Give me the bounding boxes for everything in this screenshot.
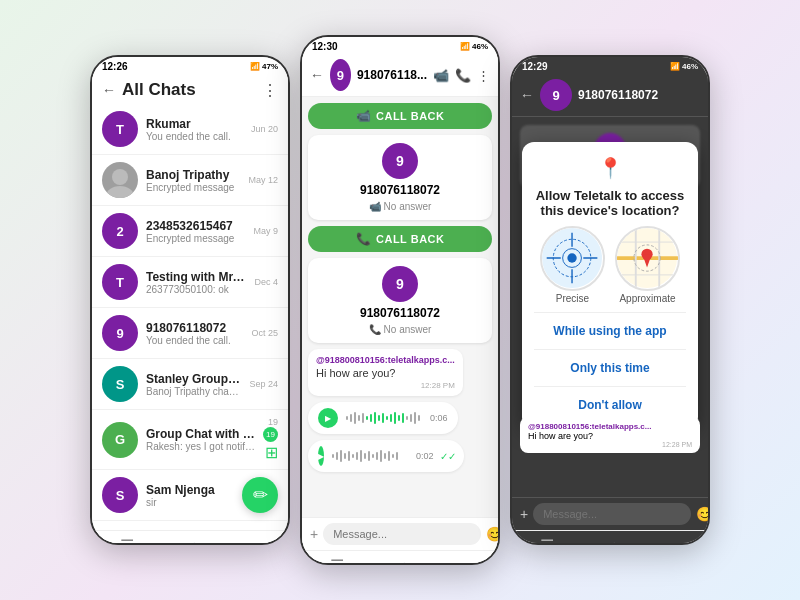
chat-time-rkumar: Jun 20	[251, 124, 278, 134]
bg-msg-text: Hi how are you?	[528, 431, 692, 441]
avatar-stanley: S	[102, 366, 138, 402]
chat-time-grouplekan: 19 19 ⊞	[263, 417, 278, 462]
svg-rect-2	[346, 416, 348, 420]
voice-call-icon[interactable]: 📞	[455, 68, 471, 83]
chat-info-stanley: Stanley Group Chat Banoj Tripathy change…	[146, 372, 241, 397]
nav-home-icon-3[interactable]: ☰	[540, 536, 554, 545]
message-input-3[interactable]	[533, 503, 691, 525]
grid-icon: ⊞	[265, 443, 278, 462]
screen2-body: 📹 CALL BACK 9 918076118072 📹 No answer 📞…	[302, 97, 498, 517]
message-bubble: @918800810156:teletalkapps.c... Hi how a…	[308, 349, 463, 396]
audio-dur-2: 0:02	[416, 451, 434, 461]
status-bar-3: 12:29 📶 46%	[512, 57, 708, 74]
svg-rect-21	[332, 454, 334, 458]
message-input[interactable]	[323, 523, 481, 545]
chat-info-testing: Testing with Mr. Blessing 263773050100: …	[146, 270, 246, 295]
svg-rect-30	[368, 451, 370, 461]
svg-rect-34	[384, 453, 386, 459]
video-call-icon[interactable]: 📹	[433, 68, 449, 83]
svg-rect-6	[362, 413, 364, 423]
bg-message-wrap: @918800810156:teletalkapps.c... Hi how a…	[512, 413, 708, 457]
compose-button[interactable]: ✏	[242, 477, 278, 513]
emoji-icon[interactable]: 😊	[486, 526, 500, 542]
svg-point-1	[106, 186, 134, 198]
back-arrow-2[interactable]: ←	[310, 67, 324, 83]
dialog-divider-1	[534, 312, 686, 313]
chat-time-stanley: Sep 24	[249, 379, 278, 389]
chats-title: All Chats	[122, 80, 196, 100]
chat-preview-2348: Encrypted message	[146, 233, 245, 244]
more-icon[interactable]: ⋮	[477, 68, 490, 83]
approximate-map-wrap: Approximate	[615, 226, 680, 304]
chat-item-2348[interactable]: 2 2348532615467 Encrypted message May 9	[92, 206, 288, 257]
svg-rect-11	[382, 413, 384, 423]
nav-back-icon-2[interactable]: ‹	[465, 557, 470, 566]
audio-dur-1: 0:06	[430, 413, 448, 423]
call-number-1: 918076118072	[360, 183, 440, 197]
emoji-icon-3[interactable]: 😊	[696, 506, 710, 522]
nav-home-icon-2[interactable]: ☰	[330, 556, 344, 565]
play-button-1[interactable]: ▶	[318, 408, 338, 428]
play-button-2[interactable]: ▶	[318, 446, 324, 466]
chat-item-rkumar[interactable]: T Rkumar You ended the call. Jun 20	[92, 104, 288, 155]
menu-icon[interactable]: ⋮	[262, 81, 278, 100]
call-back-button-1[interactable]: 📹 CALL BACK	[308, 103, 492, 129]
nav-circle-icon-3[interactable]: ○	[609, 537, 619, 546]
permission-title: Allow Teletalk to access this device's l…	[534, 188, 686, 218]
nav-back-icon-3[interactable]: ‹	[675, 537, 680, 546]
chat-name-rkumar: Rkumar	[146, 117, 243, 131]
nav-home-icon[interactable]: ☰	[120, 536, 134, 545]
audio-message-1: ▶	[308, 402, 458, 434]
chat-item-stanley[interactable]: S Stanley Group Chat Banoj Tripathy chan…	[92, 359, 288, 410]
dialog-divider-3	[534, 386, 686, 387]
chat-preview-testing: 263773050100: ok	[146, 284, 246, 295]
svg-rect-23	[340, 450, 342, 462]
svg-rect-31	[372, 454, 374, 458]
bottom-nav-2: ☰ ○ ‹	[302, 550, 498, 565]
chat-name-grouplekan: Group Chat with Mr. Lekan	[146, 427, 255, 441]
nav-back-icon[interactable]: ‹	[255, 537, 260, 546]
approximate-map	[615, 226, 680, 291]
only-this-time-btn[interactable]: Only this time	[534, 358, 686, 378]
call-bubble-1: 9 918076118072 📹 No answer	[308, 135, 492, 220]
signal-icon-2: 📶	[460, 42, 470, 51]
screen-3: ← 9 918076118072 9 918076118072 📍 Allow …	[512, 74, 708, 545]
attach-icon-3[interactable]: +	[520, 506, 528, 522]
svg-rect-7	[366, 416, 368, 420]
chat-name-2348: 2348532615467	[146, 219, 245, 233]
location-icon: 📍	[598, 156, 623, 180]
call-number-2: 918076118072	[360, 306, 440, 320]
map-options: Precise	[540, 226, 680, 304]
svg-rect-8	[370, 414, 372, 422]
nav-circle-icon-2[interactable]: ○	[399, 557, 409, 566]
approximate-label: Approximate	[619, 293, 675, 304]
attach-icon[interactable]: +	[310, 526, 318, 542]
signal-icon-3: 📶	[670, 62, 680, 71]
call-avatar-1: 9	[382, 143, 418, 179]
svg-rect-17	[406, 416, 408, 420]
audio-wave-2	[330, 447, 410, 465]
call-avatar-2: 9	[382, 266, 418, 302]
status-bar-2: 12:30 📶 46%	[302, 37, 498, 54]
nav-circle-icon[interactable]: ○	[189, 537, 199, 546]
chat-info-banoj: Banoj Tripathy Encrypted message	[146, 168, 240, 193]
battery-level-3: 46%	[682, 62, 698, 71]
chat-item-grouplekan[interactable]: G Group Chat with Mr. Lekan Rakesh: yes …	[92, 410, 288, 470]
chat-item-banoj[interactable]: Banoj Tripathy Encrypted message May 12	[92, 155, 288, 206]
battery-icon: 47%	[262, 62, 278, 71]
back-arrow-icon[interactable]: ←	[102, 82, 116, 98]
chat-info-2348: 2348532615467 Encrypted message	[146, 219, 245, 244]
avatar-2348: 2	[102, 213, 138, 249]
svg-rect-5	[358, 415, 360, 421]
status-icons-3: 📶 46%	[670, 62, 698, 71]
svg-point-41	[567, 253, 576, 262]
chat-item-testing[interactable]: T Testing with Mr. Blessing 263773050100…	[92, 257, 288, 308]
chat-item-918076[interactable]: 9 918076118072 You ended the call. Oct 2…	[92, 308, 288, 359]
call-back-button-2[interactable]: 📞 CALL BACK	[308, 226, 492, 252]
svg-rect-13	[390, 414, 392, 422]
back-arrow-3[interactable]: ←	[520, 87, 534, 103]
dont-allow-btn[interactable]: Don't allow	[534, 395, 686, 415]
while-using-btn[interactable]: While using the app	[534, 321, 686, 341]
call-status-1: 📹 No answer	[369, 201, 432, 212]
chat-preview-918076: You ended the call.	[146, 335, 243, 346]
